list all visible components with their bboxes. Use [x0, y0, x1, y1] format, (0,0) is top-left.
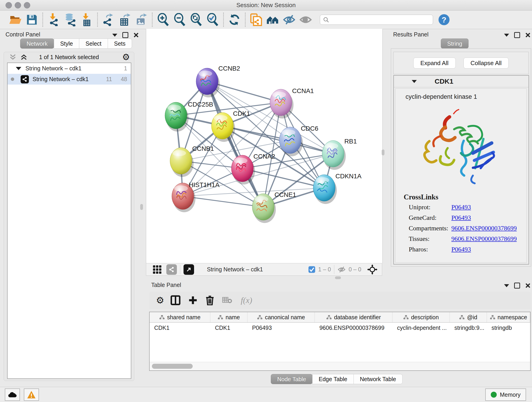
import-network-from-database-button[interactable] [63, 13, 77, 26]
database-import-icon [63, 13, 77, 26]
search-input[interactable] [320, 15, 433, 25]
network-view-toolbar: String Network – cdk1 1 – 0 0 – 0 [146, 263, 382, 276]
export-network-button[interactable] [102, 13, 115, 26]
warnings-button[interactable] [24, 389, 39, 401]
crosslink-link[interactable]: P06493 [451, 246, 471, 254]
results-scroll-area[interactable]: CDK1 cyclin-dependent kinase 1 [393, 75, 529, 264]
open-session-button[interactable] [9, 13, 22, 26]
window-title: Session: New Session [0, 2, 532, 9]
help-button[interactable]: ? [438, 14, 450, 25]
delete-column-button[interactable] [205, 295, 215, 305]
network-node-hist1h1a[interactable]: HIST1H1A [172, 181, 220, 212]
network-node-ccnb1[interactable]: CCNB1 [170, 145, 214, 177]
column-header-name[interactable]: name [210, 312, 247, 322]
scrollbar-thumb[interactable] [152, 364, 193, 369]
panel-float-icon[interactable] [122, 32, 128, 38]
panel-close-icon[interactable] [525, 283, 531, 288]
network-node-cdc25b[interactable]: CDC25B [165, 101, 213, 132]
open-in-browser-button[interactable] [184, 264, 194, 275]
panel-menu-icon[interactable] [112, 34, 117, 37]
hide-unhide-button[interactable] [283, 13, 296, 26]
birdseye-grid-icon[interactable] [152, 265, 162, 274]
selected-checkbox-icon[interactable] [308, 266, 316, 273]
cloud-status-button[interactable] [5, 389, 20, 401]
refresh-button[interactable] [228, 13, 241, 26]
crosslink-link[interactable]: P06493 [451, 214, 471, 222]
panel-close-icon[interactable] [133, 32, 139, 38]
control-panel-title: Control Panel [6, 31, 40, 38]
panel-close-icon[interactable] [525, 32, 531, 38]
crosshair-icon[interactable] [367, 264, 377, 274]
results-tab-string[interactable]: String [441, 38, 468, 49]
function-builder-button[interactable]: f(x) [241, 295, 252, 305]
network-row[interactable]: String Network – cdk1 11 48 [7, 74, 131, 85]
crosslink-link[interactable]: 9606.ENSP00000378699 [451, 225, 517, 233]
network-canvas[interactable]: CCNB2CCNA1CDC25BCDK1CDC6RB1CCNB1CCNA2CDK… [146, 29, 383, 263]
panel-float-icon[interactable] [514, 32, 520, 38]
column-header-canonical-name[interactable]: canonical name [247, 312, 315, 322]
network-collection-row[interactable]: String Network – cdk1 1 [7, 63, 131, 74]
string-network-icon [21, 75, 29, 83]
tree-expander-icon[interactable] [16, 67, 21, 70]
show-graphics-button[interactable] [299, 13, 312, 26]
panel-menu-icon[interactable] [504, 284, 509, 287]
zoom-out-button[interactable] [173, 13, 186, 26]
panel-menu-icon[interactable] [504, 34, 509, 37]
network-node-cdc6[interactable]: CDC6 [279, 125, 318, 156]
column-header-database-identifier[interactable]: database identifier [315, 312, 393, 322]
tab-select[interactable]: Select [79, 38, 108, 49]
tab-sets[interactable]: Sets [108, 38, 132, 49]
delete-table-button[interactable] [222, 296, 232, 304]
trash-icon [205, 295, 215, 305]
tab-string[interactable]: String [441, 38, 469, 49]
export-table-button[interactable] [118, 13, 132, 26]
network-options-gear-icon[interactable]: ⚙ [122, 54, 130, 61]
network-panel-header: 1 of 1 Network selected ⚙ [4, 52, 134, 62]
zoom-fit-button[interactable] [190, 13, 203, 26]
table-options-gear-icon[interactable]: ⚙ [156, 296, 164, 305]
tab-style[interactable]: Style [54, 38, 80, 49]
string-import-button[interactable] [249, 13, 263, 26]
create-column-button[interactable] [188, 296, 197, 305]
export-image-button[interactable] [135, 13, 148, 26]
network-node-cdkn1a[interactable]: CDKN1A [313, 172, 361, 204]
table-tabs: Node TableEdge TableNetwork Table [271, 374, 402, 384]
node-label-cdkn1a: CDKN1A [336, 172, 361, 180]
node-label-rb1: RB1 [344, 138, 357, 145]
column-header-description[interactable]: description [393, 312, 450, 322]
network-node-ccnb2[interactable]: CCNB2 [196, 65, 240, 97]
string-settings-button[interactable] [166, 264, 177, 275]
network-node-ccne1[interactable]: CCNE1 [252, 191, 296, 223]
home-layouts-button[interactable] [266, 13, 279, 26]
tab-network[interactable]: Network [20, 38, 54, 49]
column-header-namespace[interactable]: namespace [487, 312, 530, 322]
network-node-ccna2[interactable]: CCNA2 [231, 153, 275, 185]
hidden-eye-icon[interactable] [337, 265, 346, 274]
import-table-button[interactable] [80, 13, 93, 26]
right-divider-handle[interactable] [382, 149, 385, 155]
cdk1-entry-header[interactable]: CDK1 [394, 76, 529, 87]
column-header--id[interactable]: @id [450, 312, 487, 322]
tab-edge-table[interactable]: Edge Table [312, 374, 354, 384]
tab-network-table[interactable]: Network Table [354, 374, 403, 384]
crosslink-link[interactable]: P06493 [451, 204, 471, 212]
import-network-button[interactable] [47, 13, 60, 26]
horizontal-scrollbar[interactable] [150, 362, 530, 370]
crosslink-link[interactable]: 9606.ENSP00000378699 [451, 235, 517, 243]
entry-collapse-icon[interactable] [412, 80, 417, 83]
panel-float-icon[interactable] [514, 283, 520, 288]
network-node-rb1[interactable]: RB1 [322, 138, 357, 170]
expand-all-button[interactable]: Expand All [413, 57, 456, 69]
memory-button[interactable]: Memory [485, 389, 526, 401]
tab-node-table[interactable]: Node Table [271, 374, 312, 384]
zoom-in-button[interactable] [157, 13, 170, 26]
zoom-selected-button[interactable] [206, 13, 219, 26]
collapse-all-button[interactable]: Collapse All [463, 57, 509, 69]
bottom-divider-handle[interactable] [335, 276, 341, 279]
memory-status-dot-icon [491, 392, 497, 398]
save-session-button[interactable] [25, 13, 38, 26]
left-divider-handle[interactable] [140, 204, 143, 210]
column-header-shared-name[interactable]: shared name [150, 312, 210, 322]
show-columns-button[interactable] [171, 295, 181, 305]
table-row[interactable]: CDK1CDK1P064939606.ENSP00000378699cyclin… [150, 323, 530, 333]
